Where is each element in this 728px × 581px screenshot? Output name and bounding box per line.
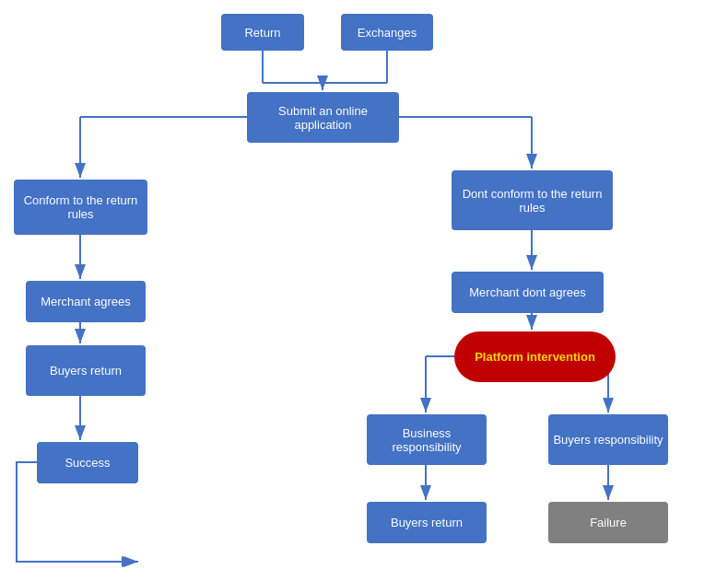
buyers-return-left-node: Buyers return [26,345,146,396]
dont-conform-node: Dont conform to the return rules [452,170,613,230]
buyers-return-right-node: Buyers return [367,502,487,543]
business-resp-node: Business responsibility [367,414,487,465]
merchant-dont-node: Merchant dont agrees [452,272,604,313]
exchanges-node: Exchanges [341,14,433,51]
conform-node: Conform to the return rules [14,180,147,235]
success-node: Success [37,442,138,483]
platform-node: Platform intervention [454,331,616,382]
merchant-agrees-node: Merchant agrees [26,281,146,322]
buyers-resp-node: Buyers responsibility [548,414,668,465]
failure-node: Failure [548,502,668,543]
submit-node: Submit an online application [247,92,399,143]
return-node: Return [221,14,304,51]
flowchart: Return Exchanges Submit an online applic… [0,0,728,581]
